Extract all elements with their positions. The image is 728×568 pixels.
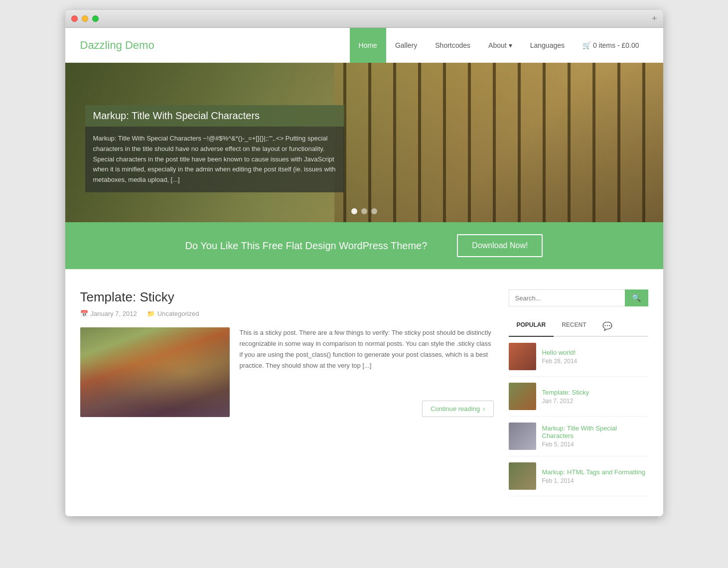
download-button[interactable]: Download Now! bbox=[457, 234, 543, 257]
nav-shortcodes[interactable]: Shortcodes bbox=[426, 28, 479, 63]
sidebar-post-title-1[interactable]: Hello world! bbox=[542, 349, 648, 356]
hero-trees-decoration bbox=[334, 63, 663, 222]
hero-slider: Markup: Title With Special Characters Ma… bbox=[65, 63, 663, 222]
hero-excerpt: Markup: Title With Special Characters ~!… bbox=[85, 127, 344, 192]
slider-dot-3[interactable] bbox=[371, 208, 377, 214]
continue-reading-button[interactable]: Continue reading › bbox=[422, 401, 493, 417]
post-category: 📁 Uncategorized bbox=[147, 310, 199, 317]
site-header: Dazzling Demo Home Gallery Shortcodes Ab… bbox=[65, 28, 663, 63]
nav-about-label: About bbox=[488, 41, 507, 49]
hero-title: Markup: Title With Special Characters bbox=[85, 105, 344, 127]
nav-languages[interactable]: Languages bbox=[521, 28, 574, 63]
sidebar-post-info-1: Hello world! Feb 28, 2014 bbox=[542, 349, 648, 365]
list-item: Markup: HTML Tags and Formatting Feb 1, … bbox=[509, 456, 648, 496]
post-thumbnail bbox=[80, 327, 230, 417]
search-button[interactable]: 🔍 bbox=[625, 289, 648, 306]
search-box: 🔍 bbox=[509, 289, 648, 306]
sidebar-post-title-3[interactable]: Markup: Title With Special Characters bbox=[542, 425, 648, 439]
sidebar-post-date-3: Feb 5, 2014 bbox=[542, 441, 648, 448]
browser-window: + Dazzling Demo Home Gallery Shortcodes … bbox=[65, 10, 663, 516]
sidebar-post-title-2[interactable]: Template: Sticky bbox=[542, 389, 648, 396]
continue-label: Continue reading bbox=[431, 405, 480, 413]
sidebar-post-title-4[interactable]: Markup: HTML Tags and Formatting bbox=[542, 468, 648, 476]
sidebar-tabs: POPULAR RECENT 💬 bbox=[509, 316, 648, 337]
sidebar-post-info-4: Markup: HTML Tags and Formatting Feb 1, … bbox=[542, 468, 648, 484]
website: Dazzling Demo Home Gallery Shortcodes Ab… bbox=[65, 28, 663, 516]
sidebar-post-thumb-2 bbox=[509, 383, 536, 410]
sidebar: 🔍 POPULAR RECENT 💬 Hello world! Feb 28, … bbox=[509, 289, 648, 496]
slider-dot-2[interactable] bbox=[361, 208, 367, 214]
post-category-text: Uncategorized bbox=[157, 310, 199, 317]
expand-icon[interactable]: + bbox=[652, 13, 657, 24]
post-meta: 📅 January 7, 2012 📁 Uncategorized bbox=[80, 310, 494, 317]
close-button[interactable] bbox=[71, 15, 78, 22]
search-input[interactable] bbox=[509, 289, 625, 306]
minimize-button[interactable] bbox=[82, 15, 88, 22]
sidebar-post-info-2: Template: Sticky Jan 7, 2012 bbox=[542, 389, 648, 405]
slider-dots bbox=[351, 208, 377, 214]
tab-comments[interactable]: 💬 bbox=[594, 316, 620, 337]
hero-content: Markup: Title With Special Characters Ma… bbox=[85, 105, 344, 192]
sidebar-posts: Hello world! Feb 28, 2014 Template: Stic… bbox=[509, 337, 648, 496]
continue-reading-container: Continue reading › bbox=[240, 401, 494, 417]
post-title: Template: Sticky bbox=[80, 289, 494, 305]
tab-popular[interactable]: POPULAR bbox=[509, 316, 554, 337]
sidebar-post-date-4: Feb 1, 2014 bbox=[542, 477, 648, 484]
sidebar-post-date-1: Feb 28, 2014 bbox=[542, 358, 648, 365]
sidebar-post-thumb-3 bbox=[509, 423, 536, 450]
list-item: Template: Sticky Jan 7, 2012 bbox=[509, 377, 648, 417]
post-excerpt: This is a sticky post. There are a few t… bbox=[240, 327, 494, 395]
nav-gallery[interactable]: Gallery bbox=[386, 28, 426, 63]
tab-recent[interactable]: RECENT bbox=[554, 316, 594, 337]
browser-titlebar: + bbox=[65, 10, 663, 28]
list-item: Markup: Title With Special Characters Fe… bbox=[509, 417, 648, 456]
post-date: 📅 January 7, 2012 bbox=[80, 310, 137, 317]
content-area: Template: Sticky 📅 January 7, 2012 📁 Unc… bbox=[80, 289, 494, 496]
sidebar-post-info-3: Markup: Title With Special Characters Fe… bbox=[542, 425, 648, 448]
nav-about[interactable]: About ▾ bbox=[479, 28, 521, 63]
maximize-button[interactable] bbox=[92, 15, 99, 22]
nav-home[interactable]: Home bbox=[350, 28, 386, 63]
site-nav: Home Gallery Shortcodes About ▾ Language… bbox=[350, 28, 648, 63]
site-logo[interactable]: Dazzling Demo bbox=[80, 39, 350, 52]
folder-icon: 📁 bbox=[147, 310, 155, 317]
sidebar-post-thumb-4 bbox=[509, 462, 536, 490]
browser-buttons bbox=[71, 15, 99, 22]
calendar-icon: 📅 bbox=[80, 310, 88, 317]
nav-cart[interactable]: 🛒 0 items - £0.00 bbox=[574, 28, 648, 63]
slider-dot-1[interactable] bbox=[351, 208, 357, 214]
continue-arrow-icon: › bbox=[483, 405, 485, 413]
search-icon: 🔍 bbox=[632, 293, 641, 302]
main-content: Template: Sticky 📅 January 7, 2012 📁 Unc… bbox=[65, 270, 663, 516]
sidebar-post-thumb-1 bbox=[509, 343, 536, 370]
post-body: This is a sticky post. There are a few t… bbox=[80, 327, 494, 417]
cta-banner: Do You Like This Free Flat Design WordPr… bbox=[65, 222, 663, 269]
list-item: Hello world! Feb 28, 2014 bbox=[509, 337, 648, 377]
cta-text: Do You Like This Free Flat Design WordPr… bbox=[185, 240, 428, 252]
sidebar-post-date-2: Jan 7, 2012 bbox=[542, 398, 648, 405]
post-date-text: January 7, 2012 bbox=[91, 310, 137, 317]
chevron-down-icon: ▾ bbox=[509, 41, 512, 49]
